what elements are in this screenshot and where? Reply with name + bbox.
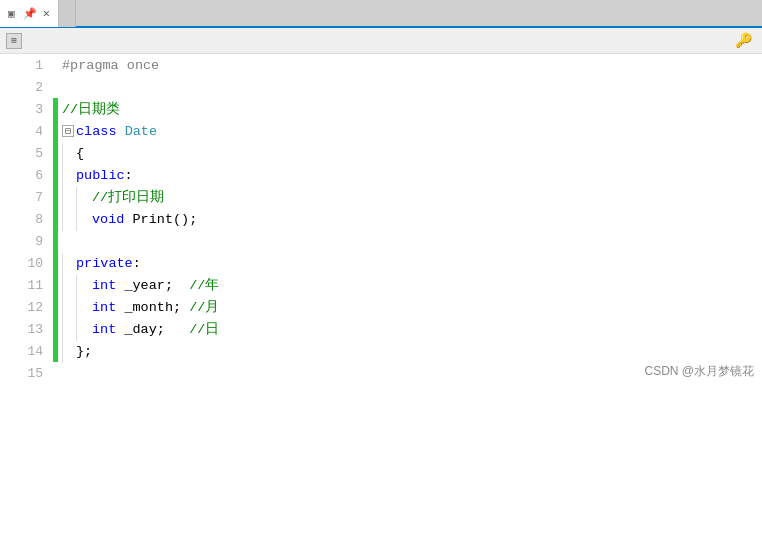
normal-token: : [133,256,141,271]
keyword-int: int [92,278,116,293]
code-line-14: }; [58,340,762,362]
code-area: 123456789101112131415 #pragma once//日期类⊟… [0,54,762,540]
editor-container: ▣ 📌 ✕ ⊞ 🔑 123456789101112131415 #pragma … [0,0,762,540]
tab-file-icon: ▣ [8,7,15,20]
keyword-class: class [76,124,117,139]
line-number-8: 8 [8,208,47,230]
line-number-5: 5 [8,142,47,164]
normal-token: _month; [116,300,189,315]
normal-token: _day; [116,322,189,337]
keyword-int: int [92,322,116,337]
code-lines: #pragma once//日期类⊟class Date{public://打印… [58,54,762,540]
pragma-token: #pragma once [62,58,159,73]
fold-icon[interactable]: ⊟ [62,125,74,137]
breadcrumb-right: 🔑 [735,32,756,49]
line-number-7: 7 [8,186,47,208]
tab-bar: ▣ 📌 ✕ [0,0,762,28]
line-number-6: 6 [8,164,47,186]
code-line-13: int _day; //日 [58,318,762,340]
code-line-12: int _month; //月 [58,296,762,318]
code-line-2 [58,76,762,98]
code-line-1: #pragma once [58,54,762,76]
outline-icon: 🔑 [735,32,752,49]
line-number-4: 4 [8,120,47,142]
line-number-13: 13 [8,318,47,340]
breadcrumb-left: ⊞ [6,33,30,49]
line-gutter: 123456789101112131415 [8,54,53,540]
pin-icon: 📌 [23,7,37,20]
normal-token: { [76,146,84,161]
line-number-10: 10 [8,252,47,274]
keyword-void: void [92,212,124,227]
breadcrumb-bar: ⊞ 🔑 [0,28,762,54]
normal-token: }; [76,344,92,359]
code-line-5: { [58,142,762,164]
code-line-11: int _year; //年 [58,274,762,296]
normal-token: _year; [116,278,189,293]
normal-token: : [125,168,133,183]
code-line-9 [58,230,762,252]
line-number-3: 3 [8,98,47,120]
keyword-private: private [76,256,133,271]
code-line-10: private: [58,252,762,274]
tab-test-cpp[interactable] [59,0,76,27]
breadcrumb-file-icon: ⊞ [6,33,22,49]
line-number-1: 1 [8,54,47,76]
code-line-7: //打印日期 [58,186,762,208]
code-line-4: ⊟class Date [58,120,762,142]
comment-token: //日期类 [62,100,120,118]
code-line-15: CSDN @水月梦镜花 [58,362,762,384]
keyword-int: int [92,300,116,315]
keyword-public: public [76,168,125,183]
comment-token: //年 [189,276,219,294]
comment-token: //打印日期 [92,188,164,206]
tab-close-icon[interactable]: ✕ [43,6,50,21]
line-number-2: 2 [8,76,47,98]
line-number-14: 14 [8,340,47,362]
line-number-15: 15 [8,362,47,384]
line-number-9: 9 [8,230,47,252]
tab-test-h[interactable]: ▣ 📌 ✕ [0,0,59,27]
comment-token: //日 [189,320,219,338]
watermark: CSDN @水月梦镜花 [644,363,754,380]
comment-token: //月 [189,298,219,316]
normal-token [117,124,125,139]
line-number-12: 12 [8,296,47,318]
code-line-8: void Print(); [58,208,762,230]
line-number-11: 11 [8,274,47,296]
code-line-3: //日期类 [58,98,762,120]
code-line-6: public: [58,164,762,186]
normal-token: Print(); [124,212,197,227]
left-margin [0,54,8,540]
classname-token: Date [125,124,157,139]
